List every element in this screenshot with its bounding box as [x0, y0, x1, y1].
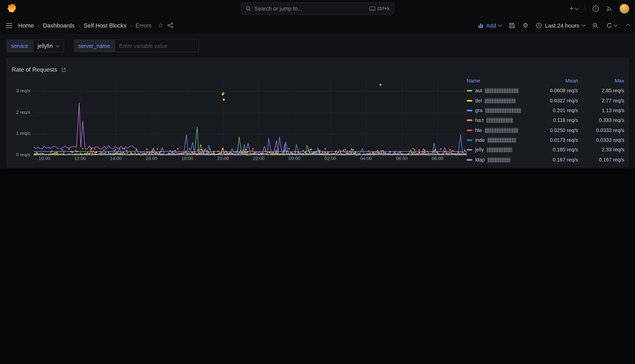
- collapse-toolbar-button[interactable]: [627, 24, 629, 27]
- data-point: [408, 153, 409, 154]
- panel-title[interactable]: Rate of Requests: [12, 66, 67, 73]
- share-icon: [167, 22, 173, 28]
- data-point: [319, 151, 320, 152]
- new-button[interactable]: +: [569, 5, 578, 12]
- chart-legend: NameMeanMaxaut0.0608 req/s2.85 req/sdel0…: [467, 76, 624, 165]
- series-color-swatch: [467, 130, 472, 131]
- share-button[interactable]: [167, 22, 173, 28]
- legend-row[interactable]: hle0.0250 req/s0.0333 req/s: [467, 125, 624, 135]
- series-color-swatch: [467, 90, 472, 92]
- data-point: [322, 151, 324, 153]
- data-point: [156, 152, 157, 154]
- breadcrumb-dashboard-name[interactable]: Self Host Blocks: [84, 22, 127, 29]
- legend-row[interactable]: del0.0327 req/s2.77 req/s: [467, 96, 624, 106]
- data-point: [94, 152, 95, 154]
- data-point: [42, 154, 44, 155]
- data-point: [36, 152, 37, 153]
- svg-text:?: ?: [595, 6, 597, 11]
- variable-service: service jellyfin: [7, 39, 64, 52]
- avatar[interactable]: [619, 4, 629, 14]
- data-point: [404, 154, 405, 155]
- data-point: [340, 151, 341, 152]
- refresh-button[interactable]: [606, 22, 617, 29]
- zoom-out-button[interactable]: [592, 22, 599, 29]
- data-point: [314, 154, 316, 155]
- data-point: [449, 149, 450, 150]
- data-point: [311, 148, 312, 150]
- add-panel-button[interactable]: Add: [478, 22, 501, 29]
- menu-toggle-button[interactable]: [6, 22, 13, 28]
- data-point: [345, 149, 346, 150]
- data-point: [105, 152, 107, 154]
- add-panel-icon: [478, 22, 484, 28]
- redacted-text: [485, 128, 518, 132]
- help-button[interactable]: ?: [592, 5, 599, 12]
- variable-service-value: jellyfin: [38, 43, 53, 49]
- data-point: [126, 150, 127, 151]
- series-name: del: [475, 98, 482, 104]
- dashboard-settings-button[interactable]: ⚙: [522, 22, 528, 29]
- data-point: [86, 153, 87, 154]
- legend-value: 2.77 req/s: [578, 98, 624, 104]
- chevron-down-icon: [56, 43, 60, 47]
- data-point: [98, 154, 100, 155]
- legend-row[interactable]: aut0.0608 req/s2.85 req/s: [467, 86, 624, 96]
- time-range-picker[interactable]: Last 24 hours: [535, 22, 585, 29]
- variable-server-name-input[interactable]: [115, 39, 199, 52]
- data-point: [240, 150, 241, 151]
- data-point: [203, 152, 204, 154]
- grafana-logo[interactable]: [7, 4, 17, 13]
- time-series-chart[interactable]: 0 req/s1 req/s2 req/s3 req/s10:0012:0014…: [13, 78, 468, 162]
- data-point: [225, 150, 227, 152]
- data-point: [237, 150, 238, 152]
- data-point: [213, 151, 215, 152]
- data-point: [56, 152, 57, 153]
- data-point: [397, 153, 399, 154]
- variable-bar: service jellyfin server_name: [7, 34, 199, 58]
- divider: [585, 5, 585, 12]
- legend-value: 1.13 req/s: [578, 108, 624, 113]
- legend-header[interactable]: Max: [578, 78, 624, 84]
- series-color-swatch: [467, 110, 472, 112]
- variable-server-name: server_name: [74, 39, 199, 52]
- legend-value: 0.167 req/s: [578, 157, 624, 162]
- keyboard-icon: [369, 6, 375, 11]
- data-point: [101, 152, 103, 153]
- data-point: [143, 154, 145, 155]
- redacted-text: [487, 138, 516, 142]
- breadcrumb-dashboards[interactable]: Dashboards: [43, 22, 75, 29]
- data-point: [349, 151, 350, 152]
- legend-row[interactable]: inde0.0173 req/s0.0333 req/s: [467, 135, 624, 145]
- save-icon: [509, 22, 515, 29]
- data-point: [248, 151, 249, 152]
- legend-row[interactable]: ha.t0.118 req/s0.333 req/s: [467, 116, 624, 125]
- chart-plot[interactable]: [34, 78, 468, 155]
- data-point: [63, 152, 65, 153]
- legend-row[interactable]: jelly0.185 req/s2.33 req/s: [467, 145, 624, 155]
- search-input[interactable]: Search or jump to... ctrl+k: [241, 2, 394, 15]
- data-point: [177, 148, 179, 149]
- external-link-icon[interactable]: [61, 67, 67, 72]
- breadcrumb-home[interactable]: Home: [18, 22, 34, 29]
- legend-header[interactable]: Name: [467, 78, 534, 84]
- data-point: [206, 150, 208, 152]
- data-point: [245, 153, 246, 154]
- variable-service-select[interactable]: jellyfin: [33, 39, 64, 52]
- data-point: [171, 151, 173, 153]
- data-point: [428, 152, 429, 154]
- data-point: [269, 151, 270, 152]
- legend-header[interactable]: Mean: [534, 78, 578, 84]
- save-dashboard-button[interactable]: [509, 22, 515, 29]
- search-placeholder: Search or jump to...: [254, 6, 366, 12]
- data-point: [464, 150, 465, 151]
- legend-row[interactable]: ldap0.167 req/s0.167 req/s: [467, 155, 624, 164]
- data-point: [290, 153, 292, 154]
- data-point: [113, 153, 114, 154]
- time-range-label: Last 24 hours: [545, 22, 579, 29]
- news-button[interactable]: [606, 5, 613, 12]
- top-nav-actions: + ?: [569, 4, 629, 14]
- favorite-star-button[interactable]: ☆: [158, 22, 164, 29]
- legend-row[interactable]: gra0.201 req/s1.13 req/s: [467, 106, 624, 115]
- legend-header-row: NameMeanMax: [467, 76, 624, 86]
- data-point: [455, 153, 456, 154]
